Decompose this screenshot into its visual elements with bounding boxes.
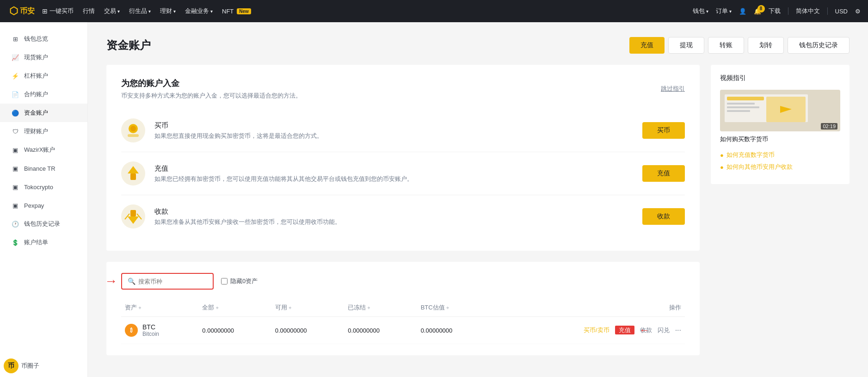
tr-icon: ▣ (11, 164, 19, 173)
sidebar-item-fund[interactable]: 🔵 资金账户 (0, 104, 87, 122)
receive-option-desc: 如果您准备从其他币安账户接收一些加密货币，您可以使用收币功能。 (154, 218, 642, 226)
receive-option-info: 收款 如果您准备从其他币安账户接收一些加密货币，您可以使用收币功能。 (154, 207, 642, 226)
divider (788, 7, 788, 15)
guide-link-receive[interactable]: ● 如何向其他币安用户收款 (720, 163, 840, 171)
col-btcvalue: BTC估值 ÷ (417, 299, 490, 317)
fund-option-buy: 买币 如果您想直接使用现金购买加密货币，这将是最适合您的方式。 买币 (121, 109, 685, 152)
search-box: 🔍 (121, 273, 214, 290)
sidebar-item-toko[interactable]: ▣ Tokocrypto (0, 178, 87, 196)
bullet-icon2: ● (720, 164, 724, 171)
sidebar-item-pexpay[interactable]: ▣ Pexpay (0, 196, 87, 215)
transfer-button[interactable]: 转账 (708, 37, 744, 54)
buy-option-desc: 如果您想直接使用现金购买加密货币，这将是最适合您的方式。 (154, 132, 642, 140)
bell-icon[interactable]: 🔔 8 (754, 8, 761, 15)
nav-language[interactable]: 简体中文 (796, 7, 820, 15)
asset-search-section: → 🔍 隐藏0资产 (106, 262, 700, 355)
convert-button[interactable]: 划转 (748, 37, 784, 54)
fund-icon: 🔵 (11, 109, 19, 117)
swap-link[interactable]: 闪兑 (658, 326, 670, 334)
watermark: 币 币圈子 (4, 358, 39, 373)
col-available: 可用 ÷ (271, 299, 344, 317)
fund-header: 为您的账户入金 币安支持多种方式来为您的账户入金，您可以选择最适合您的方法。 跳… (121, 78, 685, 100)
page-title: 资金账户 (106, 38, 151, 53)
receive-icon (121, 204, 145, 229)
video-guide-title: 视频指引 (720, 74, 840, 82)
nav-item-finance[interactable]: 理财 ▾ (160, 7, 176, 15)
history-button[interactable]: 钱包历史记录 (788, 37, 850, 54)
sidebar-item-futures[interactable]: 📄 合约账户 (0, 85, 87, 104)
user-icon[interactable]: 👤 (739, 8, 746, 15)
nav-item-buycoin[interactable]: 一键买币 (49, 7, 74, 15)
withdraw-button[interactable]: 提现 (668, 37, 704, 54)
nav-item-market[interactable]: 行情 (83, 7, 95, 15)
nav-item-financial[interactable]: 金融业务 ▾ (185, 7, 213, 15)
svg-rect-9 (130, 210, 136, 216)
deposit-option-name: 充值 (154, 164, 642, 173)
deposit-option-info: 充值 如果您已经拥有加密货币，您可以使用充值功能将其从其他交易平台或钱包充值到您… (154, 164, 642, 183)
nav-wallet[interactable]: 钱包 ▾ (693, 7, 708, 15)
bullet-icon: ● (720, 152, 724, 159)
watermark-circle: 币 (4, 358, 18, 373)
sidebar-item-binancetr[interactable]: ▣ Binance TR (0, 159, 87, 178)
svg-rect-14 (727, 97, 764, 100)
video-thumbnail[interactable]: 02:19 (720, 90, 840, 131)
sidebar-item-wazirx[interactable]: ▣ WazirX账户 (0, 141, 87, 159)
sidebar-item-earn[interactable]: 🛡 理财账户 (0, 122, 87, 141)
nav-item-trade[interactable]: 交易 ▾ (104, 7, 120, 15)
topnav: ⬡ 币安 ⊞ 一键买币 行情 交易 ▾ 衍生品 ▾ 理财 ▾ 金融业务 ▾ NF… (0, 0, 868, 22)
fund-section-title: 为您的账户入金 (121, 78, 302, 89)
sort-btc-icon[interactable]: ÷ (446, 305, 449, 310)
action-cell: 买币/卖币 → 充值 收款 闪兑 ··· (490, 317, 685, 344)
sort-total-icon[interactable]: ÷ (216, 305, 219, 310)
fund-subtitle: 币安支持多种方式来为您的账户入金，您可以选择最适合您的方法。 (121, 92, 302, 100)
table-header: 资产 ÷ 全部 ÷ 可用 ÷ 已冻结 ÷ BTC估值 ÷ 操作 (121, 299, 685, 317)
topnav-menu: 一键买币 行情 交易 ▾ 衍生品 ▾ 理财 ▾ 金融业务 ▾ NFT New (49, 7, 693, 15)
divider2 (827, 7, 828, 15)
search-row: → 🔍 隐藏0资产 (121, 273, 685, 290)
asset-symbol: BTC (142, 323, 159, 331)
search-box-wrapper: → 🔍 (121, 273, 214, 290)
svg-rect-15 (727, 103, 755, 105)
available-cell: 0.00000000 (271, 317, 344, 344)
btc-logo: ₿ (125, 324, 138, 337)
sort-asset-icon[interactable]: ÷ (139, 305, 142, 310)
skip-guide-link[interactable]: 跳过指引 (661, 85, 685, 93)
nav-item-derivatives[interactable]: 衍生品 ▾ (129, 7, 151, 15)
svg-rect-3 (128, 134, 139, 137)
logo[interactable]: ⬡ 币安 (7, 5, 35, 17)
sort-available-icon[interactable]: ÷ (289, 305, 291, 310)
earn-icon: 🛡 (11, 127, 19, 136)
nav-orders[interactable]: 订单 ▾ (716, 7, 732, 15)
settings-icon[interactable]: ⚙ (855, 8, 861, 15)
buysell-link[interactable]: 买币/卖币 (584, 326, 609, 334)
deposit-option-desc: 如果您已经拥有加密货币，您可以使用充值功能将其从其他交易平台或钱包充值到您的币安… (154, 175, 642, 183)
nav-item-nft[interactable]: NFT New (222, 8, 251, 15)
deposit-option-button[interactable]: 充值 (642, 165, 685, 182)
asset-table: 资产 ÷ 全部 ÷ 可用 ÷ 已冻结 ÷ BTC估值 ÷ 操作 (121, 299, 685, 344)
grid-icon[interactable]: ⊞ (42, 7, 48, 15)
futures-icon: 📄 (11, 90, 19, 99)
guide-link-deposit[interactable]: ● 如何充值数字货币 (720, 151, 840, 159)
sidebar-item-history[interactable]: 🕐 钱包历史记录 (0, 215, 87, 233)
main-content: 资金账户 充值 提现 转账 划转 钱包历史记录 为您的账户入金 币安支持多种方式… (88, 22, 868, 377)
asset-cell: ₿ BTC Bitcoin (121, 317, 198, 344)
more-icon[interactable]: ··· (675, 326, 681, 334)
nav-currency[interactable]: USD (835, 8, 848, 15)
deposit-button[interactable]: 充值 (629, 37, 665, 54)
buy-option-button[interactable]: 买币 (642, 122, 685, 139)
deposit-link[interactable]: 充值 (615, 326, 634, 334)
nav-download[interactable]: 下载 (769, 7, 781, 15)
sidebar-item-overview[interactable]: ⊞ 钱包总览 (0, 30, 87, 48)
sidebar-item-statement[interactable]: 💲 账户结单 (0, 233, 87, 252)
receive-option-name: 收款 (154, 207, 642, 216)
sidebar-item-margin[interactable]: ⚡ 杠杆账户 (0, 67, 87, 85)
sidebar-item-spot[interactable]: 📈 现货账户 (0, 48, 87, 67)
btcvalue-cell: 0.00000000 (417, 317, 490, 344)
receive-option-button[interactable]: 收款 (642, 208, 685, 225)
svg-rect-16 (727, 106, 759, 108)
sort-frozen-icon[interactable]: ÷ (368, 305, 370, 310)
hide-zero-checkbox[interactable] (221, 278, 228, 284)
notification-count: 8 (757, 5, 765, 12)
col-frozen: 已冻结 ÷ (344, 299, 417, 317)
search-input[interactable] (138, 278, 207, 285)
